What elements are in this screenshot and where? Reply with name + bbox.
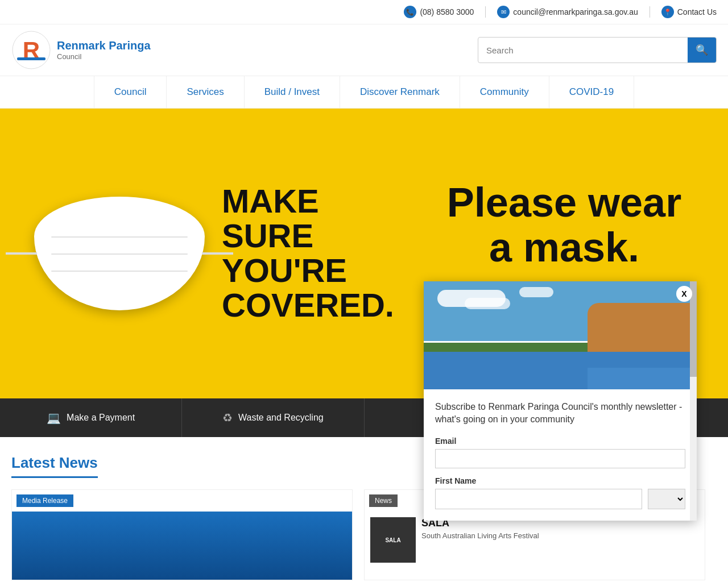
divider-1 [485, 6, 486, 18]
hero-text-make-sure: MAKE SURE YOU'RE COVERED. [222, 184, 400, 323]
popup-firstname-input[interactable] [435, 489, 642, 509]
recycling-icon: ♻ [222, 411, 233, 425]
nav-item-build-invest[interactable]: Build / Invest [245, 76, 340, 108]
news-card-1-image [12, 512, 352, 580]
mask-graphic [34, 197, 205, 310]
firstname-row: Mr Mrs Ms Dr [435, 489, 685, 509]
quick-link-payment[interactable]: 💻 Make a Payment [0, 398, 182, 437]
header-main: R Renmark Paringa Council 🔍 [0, 24, 728, 76]
email-address: council@renmarkparinga.sa.gov.au [513, 7, 638, 16]
cloud-3 [519, 287, 553, 297]
payment-label: Make a Payment [67, 413, 135, 423]
sala-subtitle: South Australian Living Arts Festival [421, 531, 539, 540]
logo-council: Council [57, 52, 151, 61]
nav-item-services[interactable]: Services [167, 76, 244, 108]
water-reflection [588, 368, 697, 389]
nav-item-discover-renmark[interactable]: Discover Renmark [340, 76, 460, 108]
header-top-bar: 📞 (08) 8580 3000 ✉ council@renmarkparing… [0, 0, 728, 24]
nav-item-covid19[interactable]: COVID-19 [549, 76, 634, 108]
nav-item-community[interactable]: Community [460, 76, 549, 108]
close-icon: X [681, 289, 686, 298]
logo-icon: R [11, 30, 51, 70]
search-input[interactable] [478, 40, 688, 61]
navigation-bar: Council Services Build / Invest Discover… [0, 76, 728, 109]
search-icon: 🔍 [696, 44, 708, 56]
contact-us-link[interactable]: 📍 Contact Us [661, 6, 717, 18]
phone-icon: 📞 [404, 6, 416, 18]
email-icon: ✉ [497, 6, 510, 18]
popup-email-input[interactable] [435, 449, 685, 468]
search-area: 🔍 [478, 37, 717, 63]
hero-left-text: MAKE SURE YOU'RE COVERED. [222, 184, 400, 323]
contact-us-label: Contact Us [677, 7, 717, 16]
popup-modal: X Subscribe to Renmark Paringa Council's… [424, 281, 697, 521]
popup-title: Subscribe to Renmark Paringa Council's m… [435, 401, 685, 426]
popup-scrollbar-track [690, 281, 697, 521]
payment-icon: 💻 [47, 411, 61, 425]
news-tag-media-release: Media Release [16, 494, 73, 507]
logo-area: R Renmark Paringa Council [11, 30, 151, 70]
location-icon: 📍 [661, 6, 674, 18]
waste-label: Waste and Recycling [238, 413, 324, 423]
news-card-1: Media Release [11, 489, 353, 580]
phone-link[interactable]: 📞 (08) 8580 3000 [404, 6, 474, 18]
sala-text: SALA South Australian Living Arts Festiv… [421, 517, 539, 540]
please-wear-text: Please wear a mask. [447, 180, 681, 270]
popup-close-button[interactable]: X [676, 286, 692, 302]
phone-number: (08) 8580 3000 [420, 7, 474, 16]
divider-2 [650, 6, 650, 18]
email-link[interactable]: ✉ council@renmarkparinga.sa.gov.au [497, 6, 638, 18]
news-card-1-header: Media Release [12, 490, 352, 512]
email-label: Email [435, 436, 685, 446]
logo-renmark: Renmark Paringa [57, 39, 151, 52]
search-button[interactable]: 🔍 [688, 38, 716, 63]
sala-logo: SALA [370, 517, 416, 563]
popup-content: Subscribe to Renmark Paringa Council's m… [424, 389, 697, 521]
firstname-label: First Name [435, 476, 685, 485]
logo-text: Renmark Paringa Council [57, 39, 151, 61]
quick-link-waste[interactable]: ♻ Waste and Recycling [182, 398, 364, 437]
popup-image [424, 281, 697, 389]
hero-left: MAKE SURE YOU'RE COVERED. [0, 109, 400, 398]
svg-rect-2 [17, 57, 46, 60]
latest-news-title: Latest News [11, 454, 98, 478]
cloud-2 [465, 298, 510, 309]
nav-item-council[interactable]: Council [94, 76, 167, 108]
vegetation [424, 343, 588, 351]
news-tag-news: News [369, 494, 398, 507]
title-select[interactable]: Mr Mrs Ms Dr [648, 489, 685, 509]
